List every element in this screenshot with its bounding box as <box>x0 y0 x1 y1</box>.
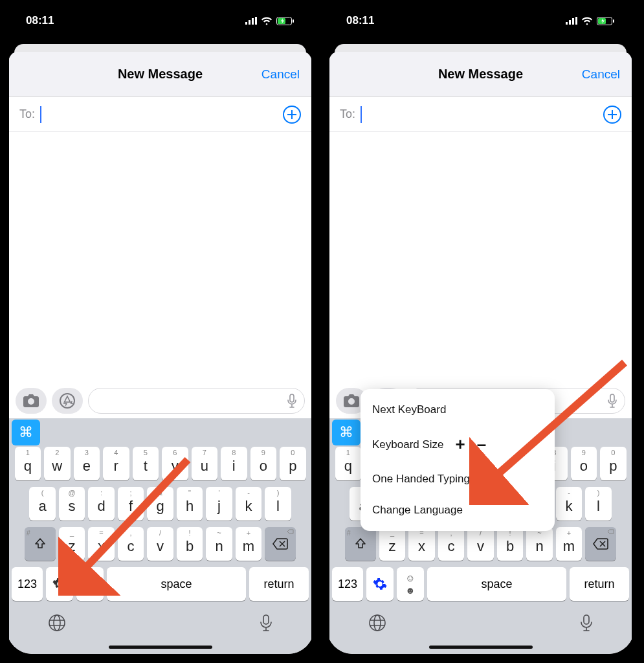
globe-icon <box>368 614 386 632</box>
add-recipient-button[interactable] <box>603 106 621 124</box>
cancel-button[interactable]: Cancel <box>582 67 620 82</box>
page-title: New Message <box>118 67 203 82</box>
key-k[interactable]: -k <box>556 487 583 521</box>
add-recipient-button[interactable] <box>283 106 301 124</box>
key-j[interactable]: 'j <box>206 487 232 521</box>
to-field-row[interactable]: To: <box>9 97 311 132</box>
svg-rect-14 <box>569 20 571 25</box>
key-r[interactable]: 4r <box>103 447 129 480</box>
svg-rect-0 <box>245 22 247 25</box>
space-key[interactable]: space <box>107 567 246 601</box>
home-indicator[interactable] <box>429 646 533 649</box>
emoji-key[interactable]: ☺ ☻ <box>397 567 424 601</box>
svg-rect-1 <box>249 20 250 25</box>
dictation-icon[interactable] <box>608 394 617 408</box>
globe-key[interactable] <box>48 614 66 632</box>
return-key[interactable]: return <box>249 567 309 601</box>
key-label: n <box>535 538 543 555</box>
size-plus-button[interactable]: + <box>456 434 465 455</box>
to-field-row[interactable]: To: <box>329 97 632 132</box>
shift-key[interactable]: # <box>345 527 376 561</box>
battery-charging-icon <box>276 17 294 25</box>
key-hint: ~ <box>217 529 221 537</box>
key-e[interactable]: 3e <box>74 447 100 480</box>
wifi-icon <box>581 17 593 25</box>
key-w[interactable]: 2w <box>44 447 71 480</box>
key-label: v <box>477 538 484 555</box>
key-b[interactable]: !b <box>177 527 203 561</box>
home-indicator[interactable] <box>109 646 212 649</box>
key-c[interactable]: ,c <box>118 527 144 561</box>
key-u[interactable]: 7u <box>192 447 218 480</box>
return-key[interactable]: return <box>570 567 629 601</box>
key-v[interactable]: /v <box>467 527 494 561</box>
backspace-icon <box>593 538 608 550</box>
key-i[interactable]: 8i <box>221 447 247 480</box>
key-hint: @ <box>68 489 75 497</box>
emoji-face-icon: ☺ <box>85 572 94 583</box>
key-o[interactable]: 9o <box>250 447 277 480</box>
key-y[interactable]: 6y <box>162 447 188 480</box>
message-body[interactable] <box>9 132 311 383</box>
popup-one-handed[interactable]: One Handed Typing <box>361 464 555 495</box>
key-label: h <box>186 498 194 515</box>
shift-key[interactable]: # <box>25 527 56 561</box>
key-k[interactable]: -k <box>236 487 262 521</box>
key-hint: ) <box>597 489 600 497</box>
dictation-key[interactable] <box>580 614 593 632</box>
globe-key[interactable] <box>368 614 386 632</box>
cancel-button[interactable]: Cancel <box>261 67 300 82</box>
space-key[interactable]: space <box>427 567 566 601</box>
key-hint: 4 <box>114 449 118 456</box>
key-l[interactable]: )l <box>585 487 612 521</box>
backspace-key[interactable] <box>585 527 616 561</box>
dictation-icon[interactable] <box>287 394 296 408</box>
key-v[interactable]: /v <box>147 527 173 561</box>
key-l[interactable]: )l <box>265 487 291 521</box>
key-hint: 9 <box>582 449 586 456</box>
key-m[interactable]: +m <box>236 527 262 561</box>
key-z[interactable]: _z <box>59 527 85 561</box>
key-a[interactable]: (a <box>29 487 56 521</box>
battery-charging-icon <box>597 17 615 25</box>
key-q[interactable]: 1q <box>15 447 41 480</box>
key-hint: : <box>100 489 102 497</box>
key-g[interactable]: &g <box>147 487 173 521</box>
command-key[interactable]: ⌘ <box>332 420 361 445</box>
numbers-key[interactable]: 123 <box>332 567 363 601</box>
dictation-key[interactable] <box>260 614 272 632</box>
keyboard-settings-key[interactable] <box>366 567 394 601</box>
message-body[interactable] <box>329 132 632 383</box>
key-o[interactable]: 9o <box>571 447 597 480</box>
emoji-key[interactable]: ☺ ☻ <box>76 567 104 601</box>
key-x[interactable]: =x <box>408 527 435 561</box>
key-label: x <box>98 538 105 555</box>
key-z[interactable]: _z <box>379 527 406 561</box>
key-q[interactable]: 1q <box>335 447 362 480</box>
key-n[interactable]: ~n <box>526 527 553 561</box>
key-m[interactable]: +m <box>556 527 583 561</box>
app-store-button[interactable] <box>52 388 83 414</box>
key-b[interactable]: !b <box>497 527 524 561</box>
key-p[interactable]: 0p <box>280 447 306 480</box>
popup-change-language[interactable]: Change Language <box>361 495 555 526</box>
numbers-key[interactable]: 123 <box>12 567 43 601</box>
key-c[interactable]: ,c <box>438 527 465 561</box>
key-x[interactable]: =x <box>88 527 115 561</box>
key-h[interactable]: "h <box>177 487 203 521</box>
message-input[interactable] <box>88 388 305 414</box>
key-f[interactable]: ;f <box>118 487 144 521</box>
key-hint: 9 <box>261 449 265 456</box>
key-label: m <box>243 538 254 555</box>
keyboard-settings-key[interactable] <box>46 567 73 601</box>
size-minus-button[interactable]: – <box>477 434 486 455</box>
key-t[interactable]: 5t <box>133 447 159 480</box>
backspace-key[interactable] <box>265 527 296 561</box>
command-key[interactable]: ⌘ <box>12 420 40 445</box>
camera-button[interactable] <box>16 388 47 414</box>
key-n[interactable]: ~n <box>206 527 232 561</box>
popup-next-keyboard[interactable]: Next KeyBoard <box>361 394 555 425</box>
key-s[interactable]: @s <box>59 487 85 521</box>
key-p[interactable]: 0p <box>600 447 627 480</box>
key-d[interactable]: :d <box>88 487 115 521</box>
